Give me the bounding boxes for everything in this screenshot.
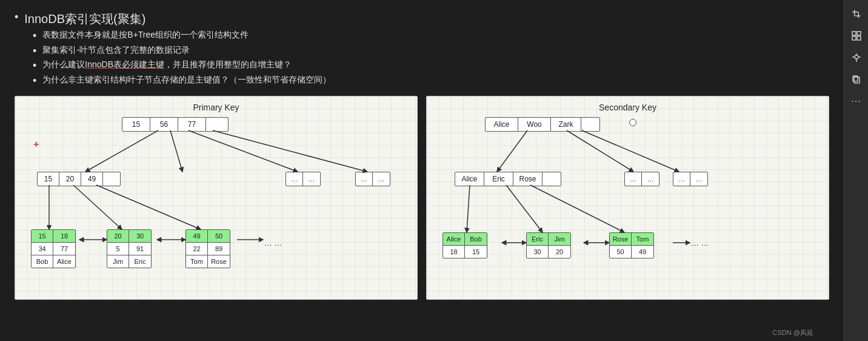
- sk-leaf3-49: 49: [632, 246, 653, 258]
- bullet-item-3: • 聚集索引-叶节点包含了完整的数据记录: [33, 45, 829, 58]
- more-dots-icon: ···: [851, 96, 861, 107]
- pk-mid3-dots2: …: [373, 172, 390, 186]
- copy-tool-button[interactable]: [847, 70, 866, 89]
- sk-leaf3-row2: 50 49: [610, 246, 653, 258]
- pk-leaf1-bob: Bob: [32, 255, 53, 268]
- bullet-dot-1: •: [15, 11, 18, 24]
- pk-root-77: 77: [178, 118, 206, 131]
- svg-line-3: [170, 130, 182, 172]
- pk-leaf1-alice: Alice: [53, 255, 75, 268]
- pk-leaf3-row2: 22 89: [186, 243, 230, 255]
- pk-leaf1-row2: 34 77: [32, 243, 75, 255]
- pk-leaf3-tom: Tom: [186, 255, 208, 268]
- svg-line-10: [497, 130, 527, 172]
- grid-tool-button[interactable]: [847, 27, 866, 45]
- bullet-text-5: 为什么非主键索引结构叶子节点存储的是主键值？（一致性和节省存储空间）: [42, 75, 331, 86]
- pk-leaf2-30: 30: [129, 230, 151, 242]
- more-tool-button[interactable]: ···: [847, 92, 866, 110]
- sk-leaf1-18: 18: [443, 246, 465, 258]
- bullet-dot-2: •: [33, 30, 36, 43]
- sk-root-alice: Alice: [486, 118, 518, 131]
- svg-point-27: [855, 55, 858, 59]
- svg-line-11: [567, 130, 633, 172]
- sk-leaf2-eric: Eric: [527, 233, 549, 245]
- location-tool-button[interactable]: [847, 49, 866, 67]
- sk-mid1-empty: [542, 172, 561, 186]
- sk-leaf1-row2: 18 15: [443, 246, 487, 258]
- sk-root-empty: [581, 118, 599, 131]
- svg-line-14: [506, 185, 542, 232]
- svg-rect-19: [854, 10, 855, 16]
- svg-line-2: [213, 130, 367, 172]
- svg-line-6: [96, 185, 201, 229]
- sk-leaf2-row1: Eric Jim: [527, 233, 570, 246]
- bullet-text-2: 表数据文件本身就是按B+Tree组织的一个索引结构文件: [42, 30, 249, 41]
- pk-mid2-dots2: …: [303, 172, 320, 186]
- sk-layout: Alice Woo Zark Alice Eric Rose: [436, 117, 819, 293]
- sk-leaf3-50: 50: [610, 246, 632, 258]
- bullet-list: • InnoDB索引实现(聚集) • 表数据文件本身就是按B+Tree组织的一个…: [15, 11, 829, 87]
- pk-mid1-20: 20: [59, 172, 81, 186]
- sk-mid-node3: … …: [673, 172, 708, 186]
- pk-leaf2-91: 91: [129, 243, 151, 255]
- pk-layout: 15 56 77 15 20 49: [25, 117, 407, 293]
- sk-leaf3-rose: Rose: [610, 233, 632, 245]
- bullet-text-1: InnoDB索引实现(聚集): [24, 11, 145, 27]
- pk-leaf2-5: 5: [107, 243, 129, 255]
- main-content: • InnoDB索引实现(聚集) • 表数据文件本身就是按B+Tree组织的一个…: [0, 0, 844, 341]
- svg-rect-21: [858, 13, 859, 18]
- pk-leaf1: 15 18 34 77 Bob Alice: [31, 229, 76, 268]
- svg-rect-24: [857, 32, 861, 35]
- pk-leaf3-row3: Tom Rose: [186, 255, 230, 268]
- pk-mid2-dots1: …: [286, 172, 303, 186]
- sk-mid3-d1: …: [673, 172, 690, 186]
- pk-leaf3-row1: 49 50: [186, 230, 230, 243]
- pk-mid3-dots1: …: [356, 172, 373, 186]
- sk-leaf3: Rose Tom 50 49: [609, 232, 654, 258]
- sk-leaf-dots: … …: [691, 238, 709, 248]
- sk-leaf2-jim: Jim: [549, 233, 570, 245]
- pk-leaf2-row1: 20 30: [107, 230, 151, 243]
- svg-rect-20: [852, 12, 858, 13]
- pk-mid1-49: 49: [81, 172, 103, 186]
- grid-icon: [852, 31, 861, 41]
- pk-mid1-15: 15: [38, 172, 59, 186]
- svg-line-13: [467, 185, 470, 232]
- pk-leaf1-77: 77: [53, 243, 75, 255]
- pk-root-15: 15: [122, 118, 150, 131]
- pk-mid-node2: … …: [285, 172, 321, 186]
- pk-leaf1-18: 18: [53, 230, 75, 242]
- sk-leaf2-row2: 30 20: [527, 246, 570, 258]
- svg-rect-23: [852, 32, 856, 35]
- sk-root-woo: Woo: [518, 118, 551, 131]
- pk-leaf1-row1: 15 18: [32, 230, 75, 243]
- secondary-key-title: Secondary Key: [436, 103, 819, 112]
- svg-rect-28: [854, 77, 860, 83]
- pk-mid-node1: 15 20 49: [37, 172, 121, 186]
- sk-mid1-rose: Rose: [513, 172, 542, 186]
- pk-leaf3-22: 22: [186, 243, 208, 255]
- location-icon: [852, 53, 861, 62]
- bullet-item-2: • 表数据文件本身就是按B+Tree组织的一个索引结构文件: [33, 30, 829, 43]
- sk-leaf3-row1: Rose Tom: [610, 233, 653, 246]
- secondary-key-diagram: Secondary Key Alice Woo Zark Ali: [426, 96, 829, 300]
- pk-root-empty: [206, 118, 228, 131]
- pk-leaf2-20: 20: [107, 230, 129, 242]
- pk-leaf2-row2: 5 91: [107, 243, 151, 255]
- bullet-dot-3: •: [33, 45, 36, 58]
- watermark: CSDN @凤延: [773, 328, 813, 337]
- sk-root-zark: Zark: [551, 118, 581, 131]
- pk-leaf2-jim: Jim: [107, 255, 129, 268]
- pk-leaf-dots: … …: [264, 238, 282, 248]
- sk-leaf1-bob: Bob: [465, 233, 487, 245]
- svg-line-0: [85, 130, 158, 172]
- crop-tool-button[interactable]: [847, 5, 866, 23]
- sk-mid-node2: … …: [624, 172, 659, 186]
- sk-leaf2-30: 30: [527, 246, 549, 258]
- pk-root-node: 15 56 77: [122, 117, 229, 132]
- bullet-dot-4: •: [33, 59, 36, 73]
- pk-mid1-empty: [103, 172, 120, 186]
- pk-mid-node3: … …: [355, 172, 390, 186]
- bullet-dot-5: •: [33, 75, 36, 88]
- svg-line-12: [582, 130, 679, 172]
